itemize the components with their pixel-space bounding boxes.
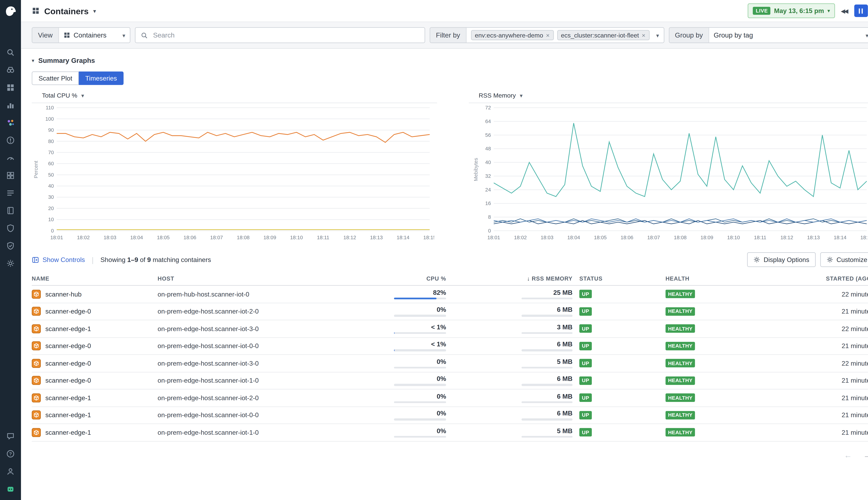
live-time-text: May 13, 6:15 pm xyxy=(774,7,824,14)
group-by-label: Group by xyxy=(669,28,709,43)
sidebar-item-security[interactable] xyxy=(4,222,17,234)
graph-type-tabs: Scatter Plot Timeseries xyxy=(32,71,124,85)
rss-metric-selector[interactable]: RSS Memory ▾ xyxy=(469,92,868,103)
cpu-timeseries-chart[interactable]: 010203040506070809010011018:0118:0218:03… xyxy=(37,103,434,242)
sidebar-item-apm[interactable] xyxy=(4,152,17,163)
tab-scatter-plot[interactable]: Scatter Plot xyxy=(32,71,79,85)
dashboards-icon xyxy=(6,83,15,91)
sidebar-item-logs[interactable] xyxy=(4,205,17,216)
table-row[interactable]: scanner-edge-1on-prem-edge-host.scanner-… xyxy=(32,407,868,424)
column-header-health[interactable]: HEALTH xyxy=(665,275,753,282)
health-badge: HEALTHY xyxy=(665,342,695,350)
health-badge: HEALTHY xyxy=(665,325,695,333)
column-header-host[interactable]: HOST xyxy=(158,275,390,282)
svg-text:18:07: 18:07 xyxy=(210,235,223,240)
sidebar-item-containers[interactable] xyxy=(4,117,17,128)
status-badge: UP xyxy=(579,394,592,402)
table-row[interactable]: scanner-edge-1on-prem-edge-host.scanner-… xyxy=(32,320,868,338)
table-row[interactable]: scanner-edge-1on-prem-edge-host.scanner-… xyxy=(32,424,868,441)
table-row[interactable]: scanner-edge-0on-prem-edge-host.scanner-… xyxy=(32,372,868,389)
sidebar-item-chat[interactable] xyxy=(4,430,17,442)
collapse-chevron-icon: ▾ xyxy=(32,58,34,64)
svg-text:18:08: 18:08 xyxy=(237,235,250,240)
container-name: scanner-edge-0 xyxy=(45,342,91,349)
table-row[interactable]: scanner-edge-1on-prem-edge-host.scanner-… xyxy=(32,389,868,407)
prev-page-button[interactable]: ← xyxy=(844,450,852,459)
container-host: on-prem-edge-host.scanner-iot-3-0 xyxy=(158,360,390,367)
svg-text:110: 110 xyxy=(46,105,54,111)
sidebar-item-infrastructure[interactable] xyxy=(4,169,17,181)
svg-text:18:08: 18:08 xyxy=(674,235,686,240)
show-controls-link[interactable]: Show Controls xyxy=(32,256,85,263)
display-options-button[interactable]: Display Options xyxy=(747,252,815,267)
sidebar-item-search[interactable] xyxy=(4,46,17,58)
table-row[interactable]: scanner-edge-0on-prem-edge-host.scanner-… xyxy=(32,338,868,355)
cpu-y-axis-label: Percent xyxy=(33,161,39,178)
cpu-value: 0% xyxy=(437,393,446,399)
datadog-logo[interactable] xyxy=(3,4,18,18)
status-badge: UP xyxy=(579,411,592,419)
caret-down-icon: ▾ xyxy=(827,8,830,14)
sidebar-item-invite[interactable] xyxy=(4,465,17,477)
rss-timeseries-chart[interactable]: 08162432404856647218:0118:0218:0318:0418… xyxy=(474,103,868,242)
tab-timeseries[interactable]: Timeseries xyxy=(79,71,124,85)
filter-pill-cluster[interactable]: ecs_cluster:scanner-iot-fleet × xyxy=(557,30,649,40)
column-header-started[interactable]: STARTED (AGO) xyxy=(753,275,868,282)
sidebar-item-processes[interactable] xyxy=(4,187,17,198)
view-selector[interactable]: View Containers ▾ xyxy=(32,27,130,43)
sidebar-item-compliance[interactable] xyxy=(4,240,17,251)
rss-value: 6 MB xyxy=(557,306,572,313)
table-row[interactable]: scanner-hubon-prem-hub-host.scanner-iot-… xyxy=(32,286,868,303)
rewind-button[interactable]: ◀◀ xyxy=(841,8,848,14)
group-by-control[interactable]: Group by Group by tag ▾ xyxy=(669,27,868,43)
remove-filter-icon[interactable]: × xyxy=(546,32,550,38)
caret-down-icon: ▾ xyxy=(81,92,84,99)
started-ago: 21 minutes xyxy=(753,342,868,349)
sidebar-item-watchdog[interactable] xyxy=(4,64,17,75)
svg-text:8: 8 xyxy=(488,214,491,220)
sidebar-item-dashboards[interactable] xyxy=(4,82,17,93)
table-row[interactable]: scanner-edge-0on-prem-edge-host.scanner-… xyxy=(32,303,868,320)
sidebar-item-metrics[interactable] xyxy=(4,99,17,111)
svg-text:?: ? xyxy=(9,451,12,456)
invite-icon xyxy=(6,467,15,475)
table-row[interactable]: scanner-edge-0on-prem-edge-host.scanner-… xyxy=(32,355,868,372)
sidebar-item-settings[interactable] xyxy=(4,257,17,269)
pause-button[interactable] xyxy=(854,4,868,17)
cpu-value: < 1% xyxy=(431,341,446,348)
sidebar-item-bits[interactable] xyxy=(4,483,17,494)
svg-text:60: 60 xyxy=(48,161,54,166)
filter-pill-env[interactable]: env:ecs-anywhere-demo × xyxy=(471,30,553,40)
sidebar-item-help[interactable]: ? xyxy=(4,448,17,459)
started-ago: 21 minutes xyxy=(753,395,868,401)
rss-bar xyxy=(522,418,572,420)
search-box[interactable] xyxy=(135,27,425,43)
live-time-selector[interactable]: LIVE May 13, 6:15 pm ▾ xyxy=(748,3,835,18)
container-icon xyxy=(32,411,41,420)
container-icon xyxy=(32,341,41,351)
column-header-name[interactable]: NAME xyxy=(32,275,158,282)
column-header-cpu[interactable]: CPU % xyxy=(389,275,446,282)
summary-graphs-toggle[interactable]: ▾ Summary Graphs xyxy=(32,57,868,65)
page-title-caret-icon[interactable]: ▾ xyxy=(93,8,96,14)
sidebar-item-monitors[interactable] xyxy=(4,134,17,146)
next-page-button[interactable]: → xyxy=(863,450,868,459)
search-input[interactable] xyxy=(152,31,420,39)
summary-charts: Total CPU % ▾ Percent 010203040506070809… xyxy=(32,92,868,244)
chat-icon xyxy=(6,432,15,440)
rss-y-axis-label: Mebibytes xyxy=(473,158,478,181)
remove-filter-icon[interactable]: × xyxy=(642,32,646,38)
divider: | xyxy=(92,255,94,264)
compliance-icon xyxy=(6,241,15,250)
container-host: on-prem-edge-host.scanner-iot-1-0 xyxy=(158,377,390,384)
container-host: on-prem-edge-host.scanner-iot-0-0 xyxy=(158,412,390,418)
health-badge: HEALTHY xyxy=(665,290,695,298)
filter-by-control[interactable]: Filter by env:ecs-anywhere-demo × ecs_cl… xyxy=(430,27,664,43)
svg-text:18:14: 18:14 xyxy=(397,235,410,240)
svg-text:18:14: 18:14 xyxy=(833,235,846,240)
cpu-metric-selector[interactable]: Total CPU % ▾ xyxy=(32,92,437,103)
customize-button[interactable]: Customize xyxy=(820,252,868,267)
column-header-status[interactable]: STATUS xyxy=(572,275,665,282)
containers-table-body: scanner-hubon-prem-hub-host.scanner-iot-… xyxy=(32,286,868,441)
column-header-rss[interactable]: ↓RSS MEMORY xyxy=(446,275,572,282)
